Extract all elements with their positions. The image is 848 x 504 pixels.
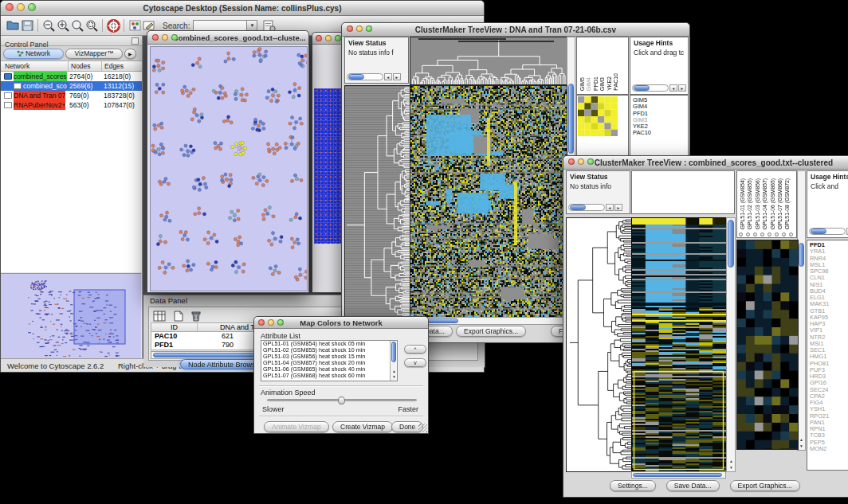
- zoom-fit-icon[interactable]: [84, 18, 99, 33]
- animate-vizmap-button[interactable]: Animate Vizmap: [264, 421, 329, 432]
- search-dropdown-button[interactable]: ▼: [247, 20, 257, 31]
- zoom-button[interactable]: [28, 3, 36, 11]
- gene-label[interactable]: MON2: [807, 446, 848, 452]
- column-label[interactable]: YKE2: [607, 76, 613, 91]
- column-label[interactable]: GPL51-06 (GSM865): [770, 178, 776, 229]
- column-label[interactable]: GIM5: [579, 77, 586, 91]
- attribute-table-icon[interactable]: [152, 309, 167, 323]
- animation-speed-slider[interactable]: [267, 399, 417, 401]
- attribute-item[interactable]: GPL51-07 (GSM868) heat shock 60 min: [261, 373, 390, 379]
- network-glyph-icon: [17, 50, 24, 57]
- network-row[interactable]: combined_scores2764(0)16218(0): [1, 72, 142, 81]
- close-button[interactable]: [152, 34, 159, 41]
- network-row[interactable]: combined_sco2569(6)13112(15): [1, 81, 142, 91]
- save-session-icon[interactable]: [20, 18, 34, 33]
- tab-overflow[interactable]: ▶: [124, 49, 136, 59]
- slider-max-label: Faster: [398, 405, 418, 413]
- slider-thumb[interactable]: [338, 397, 345, 404]
- tv1-zoom-heatmap[interactable]: [578, 96, 618, 136]
- zoom-button[interactable]: [587, 158, 594, 165]
- open-session-icon[interactable]: [6, 18, 20, 33]
- new-attribute-icon[interactable]: [171, 309, 186, 323]
- float-panel-icon[interactable]: [132, 37, 139, 45]
- vizmapper-icon[interactable]: [128, 18, 142, 33]
- tv1-heatmap[interactable]: [410, 85, 567, 318]
- window-controls[interactable]: [6, 3, 36, 11]
- move-up-button[interactable]: ^: [404, 345, 426, 354]
- help-lifering-icon[interactable]: [106, 18, 120, 33]
- usage-hints-scrollbar[interactable]: ◂▸: [632, 84, 686, 92]
- tv2-row-dendrogram[interactable]: [566, 217, 632, 472]
- export-graphics-button[interactable]: Export Graphics...: [456, 326, 526, 337]
- close-button[interactable]: [568, 158, 575, 165]
- tv2-zoom-heatmap[interactable]: [736, 240, 799, 450]
- window-controls[interactable]: [568, 158, 594, 165]
- window-controls[interactable]: [152, 34, 178, 41]
- tv2-main-vscrollbar[interactable]: ▲ ▼: [726, 217, 736, 472]
- minimize-button[interactable]: [578, 158, 584, 165]
- window-controls[interactable]: [258, 319, 284, 326]
- attribute-list-scrollbar[interactable]: ▲ ▼: [390, 341, 397, 381]
- toolbar-separator: [37, 19, 38, 32]
- column-label[interactable]: GPL51-07 (GSM868): [777, 178, 783, 229]
- column-label[interactable]: GPL51-04 (GSM857): [762, 178, 768, 229]
- column-label[interactable]: PAC10: [613, 73, 619, 91]
- close-button[interactable]: [347, 25, 353, 32]
- view-status-scrollbar[interactable]: ◂▸: [347, 73, 401, 80]
- usage-hints-scrollbar[interactable]: ◂▸: [809, 228, 848, 235]
- delete-attribute-icon[interactable]: [189, 309, 203, 323]
- tv2-heatmap[interactable]: [631, 217, 727, 472]
- tv1-column-dendrogram[interactable]: [410, 37, 567, 85]
- column-label[interactable]: PFD1: [593, 76, 599, 91]
- window-controls[interactable]: [316, 35, 341, 41]
- close-button[interactable]: [316, 35, 322, 41]
- close-button[interactable]: [258, 319, 265, 326]
- column-label[interactable]: GPL51-08 (GSM872): [784, 178, 791, 229]
- zoom-button[interactable]: [277, 319, 284, 326]
- column-label[interactable]: GPL51-02 (GSM855): [747, 178, 753, 229]
- dense-network-canvas[interactable]: [314, 88, 341, 244]
- minimize-button[interactable]: [268, 319, 274, 326]
- cytoscape-titlebar[interactable]: Cytoscape Desktop (Session Name: collins…: [1, 1, 484, 16]
- move-down-button[interactable]: v: [404, 358, 426, 367]
- zoom-in-icon[interactable]: [56, 18, 70, 33]
- minimize-button[interactable]: [356, 25, 363, 32]
- gene-label[interactable]: PAC10: [630, 130, 688, 136]
- col-header-id[interactable]: ID: [151, 323, 198, 331]
- export-graphics-button[interactable]: Export Graphics...: [730, 480, 800, 491]
- column-label[interactable]: GIM3: [599, 77, 606, 91]
- zoom-button[interactable]: [171, 34, 178, 41]
- zoom-out-icon[interactable]: [41, 18, 56, 33]
- search-input[interactable]: [193, 20, 247, 31]
- tab-network[interactable]: Network: [3, 49, 64, 59]
- close-button[interactable]: [6, 3, 14, 11]
- view-status-scrollbar[interactable]: ◂▸: [568, 204, 622, 211]
- zoom-button[interactable]: [335, 35, 341, 41]
- tv1-row-dendrogram[interactable]: [344, 85, 410, 318]
- tv2-column-labels: GPL51-01 (GSM854)GPL51-02 (GSM855)GPL51-…: [736, 170, 797, 238]
- anchor-dot: [739, 232, 743, 236]
- network-row[interactable]: DNA and Tran 07769(0)183728(0): [1, 91, 142, 100]
- resize-grip[interactable]: [418, 424, 427, 432]
- minimize-button[interactable]: [17, 3, 25, 11]
- save-data-button[interactable]: Save Data...: [666, 480, 720, 491]
- zoom-button[interactable]: [366, 25, 372, 32]
- attribute-listbox[interactable]: GPL51-01 (GSM854) heat shock 05 minGPL51…: [261, 340, 398, 381]
- tab-vizmapper[interactable]: VizMapper™: [65, 49, 123, 59]
- column-label[interactable]: GIM4: [586, 77, 592, 91]
- settings-button[interactable]: Settings...: [610, 480, 656, 491]
- network-row[interactable]: RNAPuberNov2+563(0)107847(0): [1, 100, 142, 110]
- minimize-button[interactable]: [325, 35, 332, 41]
- create-vizmap-button[interactable]: Create Vizmap: [332, 421, 393, 432]
- usage-hints-title: Usage Hints: [807, 171, 848, 181]
- tv1-column-labels: GIM5GIM4PFD1GIM3YKE2PAC10: [576, 37, 629, 95]
- zoom-selected-icon[interactable]: [70, 18, 84, 33]
- minimize-button[interactable]: [162, 34, 168, 41]
- window-controls[interactable]: [347, 25, 372, 32]
- document-icon: [4, 102, 12, 108]
- network-canvas[interactable]: [150, 46, 308, 291]
- column-label[interactable]: GPL51-01 (GSM854): [740, 178, 746, 229]
- column-label[interactable]: GPL51-03 (GSM856): [755, 178, 761, 229]
- network-table: combined_scores2764(0)16218(0)combined_s…: [1, 72, 142, 272]
- birdseye-view[interactable]: [1, 273, 141, 369]
